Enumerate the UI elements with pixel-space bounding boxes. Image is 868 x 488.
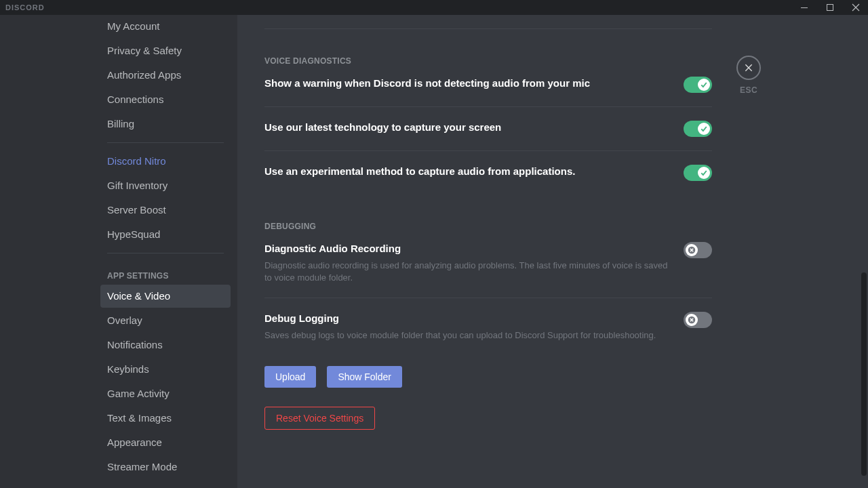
row-text: Use an experimental method to capture au… bbox=[264, 165, 670, 178]
voice-diagnostics-row: Show a warning when Discord is not detec… bbox=[264, 77, 712, 107]
sidebar-item-appearance[interactable]: Appearance bbox=[100, 431, 231, 454]
x-icon bbox=[688, 246, 696, 254]
toggle-knob bbox=[698, 123, 710, 135]
row-text: Use our latest technology to capture you… bbox=[264, 121, 670, 134]
x-icon bbox=[688, 316, 696, 324]
sidebar-item-gift-inventory[interactable]: Gift Inventory bbox=[100, 174, 231, 197]
check-icon bbox=[700, 169, 708, 177]
section-voice-diagnostics-title: VOICE DIAGNOSTICS bbox=[264, 56, 712, 66]
sidebar-item-authorized-apps[interactable]: Authorized Apps bbox=[100, 64, 231, 87]
debugging-toggle-1[interactable] bbox=[684, 312, 712, 328]
voice-diagnostics-row: Use our latest technology to capture you… bbox=[264, 121, 712, 151]
voice-diagnostics-toggle-2[interactable] bbox=[684, 165, 712, 181]
window-controls bbox=[796, 0, 864, 15]
sidebar-separator bbox=[107, 142, 224, 143]
sidebar-item-overlay[interactable]: Overlay bbox=[100, 309, 231, 332]
sidebar-item-game-activity[interactable]: Game Activity bbox=[100, 382, 231, 405]
sidebar-item-discord-nitro[interactable]: Discord Nitro bbox=[100, 150, 231, 173]
toggle-knob bbox=[698, 79, 710, 91]
sidebar-item-hypesquad[interactable]: HypeSquad bbox=[100, 223, 231, 246]
row-title: Debug Logging bbox=[264, 312, 670, 325]
scrollbar[interactable] bbox=[861, 15, 867, 488]
toggle-knob bbox=[698, 167, 710, 179]
close-icon bbox=[743, 62, 754, 73]
sidebar-item-streamer-mode[interactable]: Streamer Mode bbox=[100, 455, 231, 479]
svg-rect-0 bbox=[801, 7, 808, 8]
voice-diagnostics-row: Use an experimental method to capture au… bbox=[264, 165, 712, 195]
sidebar-group-header: APP SETTINGS bbox=[100, 260, 231, 285]
sidebar-item-server-boost[interactable]: Server Boost bbox=[100, 199, 231, 222]
sidebar-item-my-account[interactable]: My Account bbox=[100, 15, 231, 38]
upload-button[interactable]: Upload bbox=[264, 366, 316, 388]
sidebar-item-text-images[interactable]: Text & Images bbox=[100, 407, 231, 430]
sidebar-separator bbox=[107, 253, 224, 253]
close-settings-label: ESC bbox=[740, 85, 757, 95]
voice-diagnostics-toggle-0[interactable] bbox=[684, 77, 712, 93]
row-title: Use our latest technology to capture you… bbox=[264, 121, 670, 134]
sidebar-item-privacy-safety[interactable]: Privacy & Safety bbox=[100, 39, 231, 62]
debugging-toggle-0[interactable] bbox=[684, 242, 712, 258]
close-icon bbox=[852, 3, 860, 12]
debugging-row: Debug LoggingSaves debug logs to voice m… bbox=[264, 312, 712, 355]
settings-content: ESC VOICE DIAGNOSTICS Show a warning whe… bbox=[237, 15, 868, 488]
sidebar-item-keybinds[interactable]: Keybinds bbox=[100, 358, 231, 381]
svg-rect-1 bbox=[827, 5, 833, 11]
reset-voice-settings-button[interactable]: Reset Voice Settings bbox=[264, 407, 375, 430]
row-text: Show a warning when Discord is not detec… bbox=[264, 77, 670, 90]
close-settings: ESC bbox=[736, 56, 761, 95]
minimize-button[interactable] bbox=[796, 0, 812, 15]
show-folder-button[interactable]: Show Folder bbox=[327, 366, 402, 388]
row-text: Diagnostic Audio RecordingDiagnostic aud… bbox=[264, 242, 670, 284]
row-description: Diagnostic audio recording is used for a… bbox=[264, 260, 670, 284]
check-icon bbox=[700, 125, 708, 133]
row-title: Use an experimental method to capture au… bbox=[264, 165, 670, 178]
voice-diagnostics-toggle-1[interactable] bbox=[684, 121, 712, 137]
close-window-button[interactable] bbox=[848, 0, 864, 15]
sidebar-item-connections[interactable]: Connections bbox=[100, 88, 231, 111]
row-description: Saves debug logs to voice module folder … bbox=[264, 329, 670, 342]
previous-section-edge bbox=[264, 20, 712, 29]
sidebar-item-notifications[interactable]: Notifications bbox=[100, 333, 231, 357]
debugging-row: Diagnostic Audio RecordingDiagnostic aud… bbox=[264, 242, 712, 298]
sidebar-item-voice-video[interactable]: Voice & Video bbox=[100, 285, 231, 308]
sidebar-item-language[interactable]: Language bbox=[100, 480, 231, 488]
row-text: Debug LoggingSaves debug logs to voice m… bbox=[264, 312, 670, 342]
row-title: Diagnostic Audio Recording bbox=[264, 242, 670, 256]
toggle-knob bbox=[686, 244, 698, 256]
app-brand: DISCORD bbox=[5, 3, 45, 12]
maximize-icon bbox=[826, 3, 834, 12]
row-title: Show a warning when Discord is not detec… bbox=[264, 77, 670, 90]
check-icon bbox=[700, 81, 708, 89]
minimize-icon bbox=[800, 3, 808, 12]
scrollbar-thumb[interactable] bbox=[861, 272, 867, 476]
settings-sidebar: My AccountPrivacy & SafetyAuthorized App… bbox=[0, 15, 237, 488]
maximize-button[interactable] bbox=[822, 0, 838, 15]
sidebar-item-billing[interactable]: Billing bbox=[100, 113, 231, 136]
section-debugging-title: DEBUGGING bbox=[264, 222, 712, 231]
toggle-knob bbox=[686, 314, 698, 326]
close-settings-button[interactable] bbox=[736, 56, 761, 80]
titlebar: DISCORD bbox=[0, 0, 868, 15]
